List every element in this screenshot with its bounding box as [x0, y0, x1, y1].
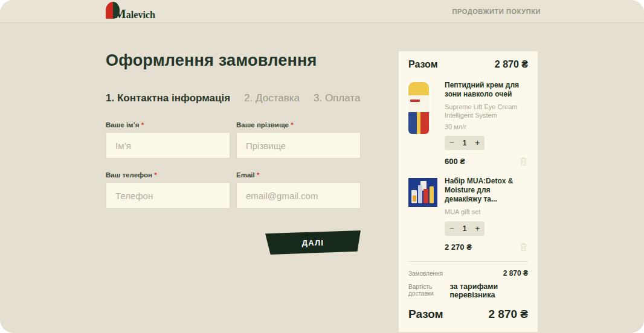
product-price: 600 ₴ — [445, 157, 465, 166]
email-label: Email * — [236, 171, 361, 179]
quantity-value: 1 — [463, 139, 467, 147]
quantity-stepper: − 1 + — [445, 221, 485, 236]
main-content: Оформлення замовлення 1. Контактна інфор… — [0, 23, 644, 332]
grand-total-value: 2 870 ₴ — [489, 308, 529, 321]
checkout-page: Malevich ПРОДОВЖИТИ ПОКУПКИ Оформлення з… — [0, 0, 644, 333]
quantity-decrease-button[interactable]: − — [449, 224, 454, 233]
phone-input[interactable] — [106, 182, 230, 209]
email-field-group: Email * — [236, 171, 361, 209]
checkout-steps: 1. Контактна інформація 2. Доставка 3. О… — [106, 92, 361, 104]
email-input[interactable] — [236, 182, 361, 209]
grand-total-row: Разом 2 870 ₴ — [408, 308, 528, 321]
quantity-stepper: − 1 + — [445, 136, 485, 150]
product-image-eye-cream — [408, 81, 445, 166]
order-subtotal-row: Замовлення 2 870 ₴ — [408, 269, 528, 278]
product-volume: 30 мл/г — [445, 123, 528, 130]
phone-field-group: Ваш телефон * — [106, 171, 230, 209]
cart-total-value: 2 870 ₴ — [495, 59, 528, 70]
header: Malevich ПРОДОВЖИТИ ПОКУПКИ — [0, 0, 644, 23]
first-name-input[interactable] — [106, 132, 230, 159]
grand-total-label: Разом — [408, 308, 443, 321]
cart-summary-card: Разом 2 870 ₴ Пептидний крем для зони на… — [399, 51, 538, 332]
contact-form: Ваше ім’я * Ваше прізвище * Ваш телефон … — [106, 121, 361, 255]
first-name-field-group: Ваше ім’я * — [106, 121, 230, 159]
product-image-gift-set — [408, 177, 445, 252]
product-subtitle: Supreme Lift Eye Cream Intelligent Syste… — [445, 103, 528, 120]
divider — [408, 261, 528, 262]
delivery-cost-value: за тарифами перевізника — [450, 282, 528, 299]
cart-total-label: Разом — [408, 59, 438, 70]
required-asterisk: * — [141, 121, 144, 128]
quantity-increase-button[interactable]: + — [475, 224, 480, 233]
quantity-decrease-button[interactable]: − — [449, 138, 454, 147]
product-title: Набір MUA:Detox & Moisture для демакіяжу… — [445, 177, 528, 204]
logo[interactable]: Malevich — [106, 1, 155, 22]
step-payment[interactable]: 3. Оплата — [314, 92, 360, 104]
next-button[interactable]: ДАЛІ — [265, 230, 361, 255]
continue-shopping-link[interactable]: ПРОДОВЖИТИ ПОКУПКИ — [452, 8, 541, 15]
order-subtotal-label: Замовлення — [408, 270, 443, 277]
cart-item: Пептидний крем для зони навколо очей Sup… — [408, 81, 528, 166]
order-subtotal-value: 2 870 ₴ — [503, 269, 528, 278]
cart-item: Набір MUA:Detox & Moisture для демакіяжу… — [408, 177, 528, 252]
cart-header: Разом 2 870 ₴ — [408, 59, 528, 70]
page-title: Оформлення замовлення — [106, 51, 361, 70]
step-delivery[interactable]: 2. Доставка — [244, 92, 300, 104]
required-asterisk: * — [291, 121, 293, 128]
last-name-input[interactable] — [236, 132, 361, 159]
quantity-value: 1 — [463, 224, 467, 233]
step-contact-info[interactable]: 1. Контактна інформація — [106, 92, 230, 104]
delivery-cost-label: Вартість доставки — [408, 284, 450, 297]
last-name-label: Ваше прізвище * — [236, 121, 361, 128]
phone-label: Ваш телефон * — [106, 171, 230, 179]
logo-text: Malevich — [114, 7, 155, 22]
product-title: Пептидний крем для зони навколо очей — [445, 81, 528, 99]
checkout-form-section: Оформлення замовлення 1. Контактна інфор… — [106, 51, 361, 332]
product-price: 2 270 ₴ — [445, 243, 472, 252]
remove-item-trash-icon[interactable] — [519, 156, 528, 166]
product-subtitle: MUA gift set — [445, 208, 528, 216]
quantity-increase-button[interactable]: + — [475, 138, 480, 147]
remove-item-trash-icon[interactable] — [519, 242, 528, 252]
last-name-field-group: Ваше прізвище * — [236, 121, 361, 159]
delivery-cost-row: Вартість доставки за тарифами перевізник… — [408, 282, 528, 299]
required-asterisk: * — [257, 171, 259, 179]
required-asterisk: * — [154, 171, 156, 179]
first-name-label: Ваше ім’я * — [106, 121, 230, 128]
